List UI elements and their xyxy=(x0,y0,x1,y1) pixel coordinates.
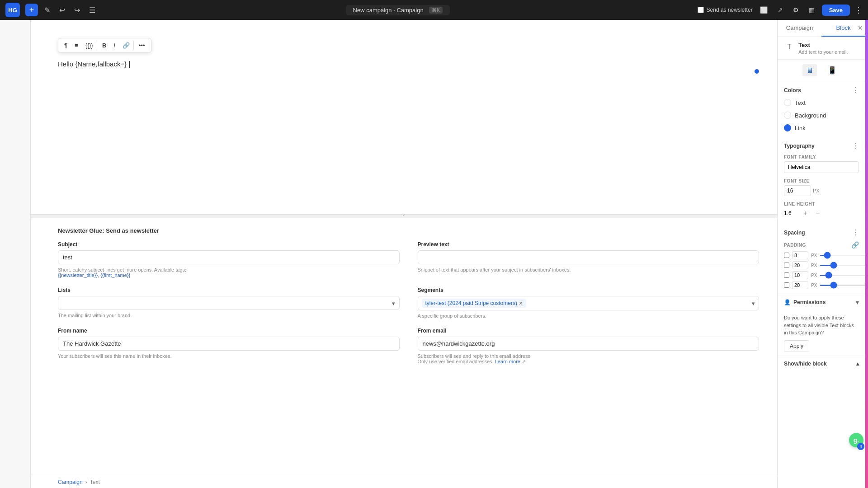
padding-top-checkbox[interactable] xyxy=(784,253,789,258)
from-name-label: From name xyxy=(58,328,400,334)
more-options-button[interactable]: ⋮ xyxy=(854,5,863,15)
right-sidebar: × Campaign Block T Text Add text to your… xyxy=(777,20,865,488)
spacing-more-button[interactable]: ⋮ xyxy=(852,228,859,237)
text-color-item[interactable]: Text xyxy=(778,96,865,109)
padding-top-input[interactable] xyxy=(792,251,808,259)
background-color-item[interactable]: Background xyxy=(778,109,865,122)
save-button[interactable]: Save xyxy=(822,5,850,16)
send-newsletter-checkbox[interactable] xyxy=(698,7,704,13)
list-button[interactable]: ☰ xyxy=(86,4,98,16)
undo-button[interactable]: ↩ xyxy=(57,4,68,16)
padding-header: PADDING 🔗 xyxy=(784,241,859,249)
settings-button[interactable]: ⚙ xyxy=(790,5,802,15)
lists-label: Lists xyxy=(58,287,400,293)
padding-left-checkbox[interactable] xyxy=(784,282,789,288)
show-hide-label: Show/hide block xyxy=(784,361,827,367)
typography-label: Typography xyxy=(784,143,815,149)
from-email-hint: Subscribers will see and reply to this e… xyxy=(418,353,760,365)
add-block-button[interactable]: + xyxy=(25,4,38,16)
from-name-input[interactable] xyxy=(58,337,400,351)
permissions-header[interactable]: 👤 Permissions ▾ xyxy=(778,294,865,310)
close-sidebar-button[interactable]: × xyxy=(858,23,863,33)
main-layout: ¶ ≡ {{}} B I 🔗 ••• xyxy=(0,20,868,488)
show-hide-section[interactable]: Show/hide block ▴ xyxy=(778,356,865,371)
subject-input[interactable] xyxy=(58,250,400,264)
italic-button[interactable]: I xyxy=(110,40,118,51)
segments-dropdown-arrow[interactable]: ▾ xyxy=(752,300,755,307)
export-button[interactable]: ↗ xyxy=(775,5,786,15)
more-formats-button[interactable]: ••• xyxy=(136,40,148,51)
preview-text-input[interactable] xyxy=(418,250,760,264)
merge-tags-button[interactable]: {{}} xyxy=(82,40,97,51)
link-color-item[interactable]: Link xyxy=(778,122,865,134)
padding-right-slider[interactable] xyxy=(820,265,865,266)
padding-row-top: PX xyxy=(784,251,859,259)
first-name-tag[interactable]: {{first_name}} xyxy=(100,272,130,278)
from-email-input[interactable] xyxy=(418,337,760,351)
padding-top-slider[interactable] xyxy=(820,255,865,256)
link-color-label: Link xyxy=(795,125,806,131)
padding-right-checkbox[interactable] xyxy=(784,263,789,268)
paragraph-button[interactable]: ¶ xyxy=(61,40,71,51)
segments-input[interactable]: tyler-test (2024 paid Stripe customers) … xyxy=(418,296,760,310)
padding-bottom-unit: PX xyxy=(811,273,817,278)
font-family-select[interactable]: Helvetica xyxy=(784,161,859,173)
permissions-chevron: ▾ xyxy=(856,299,859,306)
spacing-label: Spacing xyxy=(784,230,805,236)
tab-campaign[interactable]: Campaign xyxy=(778,20,821,37)
padding-left-slider[interactable] xyxy=(820,285,865,286)
colors-section-header: Colors ⋮ xyxy=(778,81,865,96)
block-info: T Text Add text to your email. xyxy=(778,37,865,60)
segment-tag: tyler-test (2024 paid Stripe customers) … xyxy=(422,299,527,308)
remove-segment-button[interactable]: × xyxy=(519,300,523,307)
campaign-title: New campaign · Campaign xyxy=(353,7,424,14)
background-color-label: Background xyxy=(795,112,826,119)
colors-more-button[interactable]: ⋮ xyxy=(852,86,859,94)
padding-link-button[interactable]: 🔗 xyxy=(851,241,859,249)
align-button[interactable]: ≡ xyxy=(71,40,81,51)
link-button[interactable]: 🔗 xyxy=(119,40,134,51)
mobile-device-button[interactable]: 📱 xyxy=(824,64,840,76)
padding-bottom-slider[interactable] xyxy=(820,275,865,276)
lists-select[interactable] xyxy=(58,296,400,310)
preview-text-label: Preview text xyxy=(418,241,760,248)
breadcrumb-campaign-link[interactable]: Campaign xyxy=(58,479,83,485)
permissions-icon: 👤 xyxy=(784,299,791,305)
apply-button[interactable]: Apply xyxy=(784,340,809,352)
typography-more-button[interactable]: ⋮ xyxy=(852,141,859,150)
text-block-content[interactable]: Hello {Name,fallback=} xyxy=(58,60,750,78)
subject-hint: Short, catchy subject lines get more ope… xyxy=(58,267,400,278)
padding-left-input[interactable] xyxy=(792,281,808,289)
redo-button[interactable]: ↪ xyxy=(71,4,83,16)
learn-more-link[interactable]: Learn more xyxy=(495,359,520,364)
line-height-increase-button[interactable]: + xyxy=(800,208,810,218)
edit-button[interactable]: ✎ xyxy=(42,4,53,16)
from-email-label: From email xyxy=(418,328,760,334)
send-newsletter-label[interactable]: Send as newsletter xyxy=(698,7,753,13)
editor-canvas[interactable]: ¶ ≡ {{}} B I 🔗 ••• xyxy=(31,20,777,214)
text-color-swatch xyxy=(784,99,791,106)
italic-icon: I xyxy=(113,42,115,49)
keyboard-shortcut: ⌘K xyxy=(429,7,443,14)
padding-section: PADDING 🔗 PX PX PX xyxy=(778,239,865,294)
bold-button[interactable]: B xyxy=(99,40,109,51)
font-family-select-wrap: Helvetica xyxy=(784,161,859,173)
bold-icon: B xyxy=(102,42,106,49)
merge-tags-icon: {{}} xyxy=(85,42,93,49)
resize-handle[interactable]: ⌃ xyxy=(31,214,777,218)
font-size-input[interactable] xyxy=(784,185,811,196)
desktop-view-button[interactable]: ⬜ xyxy=(757,5,770,15)
line-height-decrease-button[interactable]: − xyxy=(813,208,823,218)
layout-button[interactable]: ▦ xyxy=(806,5,817,15)
newsletter-title-tag[interactable]: {{newsletter_title}} xyxy=(58,272,98,278)
padding-bottom-input[interactable] xyxy=(792,271,808,279)
breadcrumb-separator: › xyxy=(85,479,87,485)
show-hide-chevron: ▴ xyxy=(856,361,859,367)
segments-label: Segments xyxy=(418,287,760,293)
add-icon: + xyxy=(29,5,34,15)
toolbar-center: New campaign · Campaign ⌘K xyxy=(102,5,694,15)
desktop-device-button[interactable]: 🖥 xyxy=(802,64,817,76)
padding-bottom-checkbox[interactable] xyxy=(784,272,789,278)
padding-right-input[interactable] xyxy=(792,261,808,269)
typography-section-header: Typography ⋮ xyxy=(778,137,865,152)
